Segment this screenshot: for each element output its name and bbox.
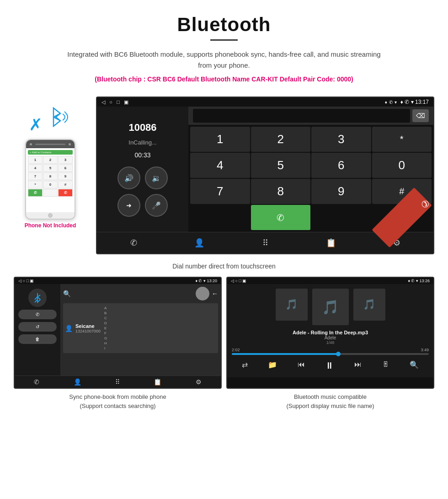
car-screen-main: ◁ ○ □ ▣ ♦ ✆ ▾ ♦ ✆ ▾ 13:17 10086 InCallin… bbox=[96, 97, 434, 254]
phone-top-bar bbox=[26, 140, 75, 148]
phonebook-bottom-nav: ✆ 👤 ⠿ 📋 ⚙ bbox=[15, 376, 221, 388]
eq-icon[interactable]: 🎚 bbox=[382, 360, 389, 371]
pb-search-row: 🔍 ← bbox=[63, 287, 218, 300]
mini-nav-messages[interactable]: 📋 bbox=[154, 378, 161, 386]
music-note-right-icon: 🎵 bbox=[363, 299, 375, 311]
alpha-index: A B C D E F G H I bbox=[103, 305, 108, 351]
mini-nav-phone[interactable]: ✆ bbox=[34, 378, 39, 386]
prev-btn[interactable]: ⏮ bbox=[298, 360, 305, 371]
mini-nav-settings[interactable]: ⚙ bbox=[196, 378, 202, 386]
contact-item[interactable]: 👤 Seicane 13241007000 A B C D E F bbox=[63, 303, 218, 353]
album-art-left: 🎵 bbox=[276, 289, 308, 321]
phone-key-6: 6 bbox=[58, 164, 73, 172]
phone-signal-icon: ✆ bbox=[389, 100, 393, 105]
transfer-btn[interactable]: ➜ bbox=[117, 194, 140, 217]
refresh-btn[interactable]: ↺ bbox=[18, 322, 57, 332]
nav-messages-icon[interactable]: 📋 bbox=[322, 236, 340, 250]
phone-not-included-label: Phone Not Included bbox=[25, 222, 76, 229]
track-info: Adele - Rolling In the Deep.mp3 Adele 1/… bbox=[293, 330, 368, 345]
search-icon: 🔍 bbox=[63, 290, 71, 297]
mute-btn[interactable]: 🎤 bbox=[145, 194, 168, 217]
music-controls: ⇄ 📁 ⏮ ⏸ ⏭ 🎚 🔍 bbox=[232, 359, 429, 373]
scroll-indicator[interactable] bbox=[196, 287, 209, 300]
delete-btn[interactable]: 🗑 bbox=[18, 334, 57, 344]
phone-call-btn: ✆ bbox=[28, 189, 43, 197]
phone-icon: ✆ bbox=[36, 312, 39, 317]
mini-nav-keypad[interactable]: ⠿ bbox=[115, 378, 120, 386]
volume-up-btn[interactable]: 🔊 bbox=[117, 166, 140, 189]
music-screen-body: 🎵 🎵 🎵 Adele - Rolling In the Deep.mp3 Ad… bbox=[227, 284, 433, 377]
search-music-icon[interactable]: 🔍 bbox=[410, 360, 419, 371]
mini-nav-contacts[interactable]: 👤 bbox=[74, 378, 81, 386]
phone-key-3: 3 bbox=[58, 156, 73, 164]
home-button bbox=[48, 213, 53, 218]
call-number: 10086 bbox=[128, 122, 156, 134]
phone-screen: + Add to Contacts 1 2 3 4 5 6 7 8 9 * 0 … bbox=[26, 148, 75, 212]
bluetooth-icon: ✗ bbox=[29, 115, 43, 134]
music-status-bar: ◁ ○ □ ▣ ♦ ✆ ▾ 13:26 bbox=[227, 278, 433, 284]
music-note-left-icon: 🎵 bbox=[285, 299, 298, 311]
car-main-content: 10086 InCalling... 00:33 🔊 🔉 ➜ 🎤 bbox=[97, 107, 433, 232]
trash-icon: 🗑 bbox=[35, 337, 40, 342]
dial-key-0[interactable]: 0 bbox=[372, 153, 432, 178]
phone-key-7: 7 bbox=[28, 172, 43, 180]
nav-phone-icon[interactable]: ✆ bbox=[124, 236, 143, 250]
phonebook-body: ✆ ↺ 🗑 🔍 ← bbox=[15, 284, 221, 376]
call-timer: 00:33 bbox=[134, 151, 150, 159]
music-status-left: ◁ ○ □ ▣ bbox=[231, 279, 246, 283]
phone-key-8: 8 bbox=[43, 172, 58, 180]
dial-key-1[interactable]: 1 bbox=[190, 127, 250, 152]
nav-contacts-icon[interactable]: 👤 bbox=[190, 236, 208, 250]
phonebook-main: 🔍 ← 👤 Seicane 13241007000 A B bbox=[60, 284, 221, 376]
progress-bar-bg[interactable] bbox=[232, 353, 429, 355]
phone-key-4: 4 bbox=[28, 164, 43, 172]
bluetooth-sidebar-icon bbox=[28, 289, 47, 307]
phone-camera-dot bbox=[30, 143, 32, 145]
music-caption-line2: (Support display music file name) bbox=[286, 402, 374, 409]
phone-call-sidebar-btn[interactable]: ✆ bbox=[18, 310, 57, 319]
album-arts: 🎵 🎵 🎵 bbox=[276, 289, 385, 325]
phone-speaker-dot bbox=[69, 143, 71, 145]
music-caption-line1: Bluetooth music compatible bbox=[294, 393, 367, 400]
dial-key-9[interactable]: 9 bbox=[311, 179, 371, 204]
dial-key-2[interactable]: 2 bbox=[251, 127, 311, 152]
progress-bar-fill bbox=[232, 353, 338, 355]
back-arrow-icon[interactable]: ← bbox=[212, 290, 218, 297]
nav-keypad-icon[interactable]: ⠿ bbox=[256, 236, 274, 250]
music-screen-wrapper: ◁ ○ □ ▣ ♦ ✆ ▾ 13:26 🎵 🎵 🎵 bbox=[226, 277, 434, 412]
bluetooth-icon-wrapper: ✗ bbox=[29, 106, 72, 134]
folder-icon[interactable]: 📁 bbox=[268, 360, 277, 371]
title-underline bbox=[210, 39, 238, 41]
shuffle-icon[interactable]: ⇄ bbox=[242, 360, 248, 371]
keypad-input-row: ⌫ bbox=[188, 107, 433, 125]
call-accept-btn[interactable]: ✆ bbox=[251, 205, 311, 230]
contact-number: 13241007000 bbox=[75, 329, 101, 333]
contact-avatar-icon: 👤 bbox=[65, 325, 73, 332]
phone-end-btn: ✆ bbox=[58, 189, 73, 197]
dial-key-7[interactable]: 7 bbox=[190, 179, 250, 204]
dial-key-star[interactable]: * bbox=[372, 127, 432, 152]
progress-thumb bbox=[336, 352, 341, 356]
refresh-icon: ↺ bbox=[36, 324, 39, 329]
phone-keypad: 1 2 3 4 5 6 7 8 9 * 0 # ✆ ✆ bbox=[28, 156, 73, 197]
status-left-icons: ◁ ○ □ ▣ bbox=[101, 99, 128, 105]
keypad-grid: 1 2 3 * 4 5 6 0 7 8 9 # ✆ ✆ bbox=[188, 125, 433, 232]
phonebook-screen-wrapper: ◁ ○ □ ▣ ♦ ✆ ▾ 13:20 ✆ bbox=[14, 277, 222, 412]
backspace-btn[interactable]: ⌫ bbox=[412, 109, 429, 122]
dial-key-4[interactable]: 4 bbox=[190, 153, 250, 178]
next-btn[interactable]: ⏭ bbox=[354, 360, 362, 371]
phone-illustration: ✗ + Add to Contacts 1 bbox=[14, 97, 87, 229]
dial-key-8[interactable]: 8 bbox=[251, 179, 311, 204]
phone-mockup: + Add to Contacts 1 2 3 4 5 6 7 8 9 * 0 … bbox=[25, 139, 75, 220]
dial-key-6[interactable]: 6 bbox=[311, 153, 371, 178]
phone-bottom bbox=[26, 212, 75, 219]
phone-key-2: 2 bbox=[43, 156, 58, 164]
play-pause-btn[interactable]: ⏸ bbox=[325, 360, 334, 371]
volume-down-btn[interactable]: 🔉 bbox=[145, 166, 168, 189]
phonebook-screen: ◁ ○ □ ▣ ♦ ✆ ▾ 13:20 ✆ bbox=[14, 277, 222, 389]
call-btn-row-1: 🔊 🔉 bbox=[117, 166, 168, 189]
main-section: ✗ + Add to Contacts 1 bbox=[0, 97, 448, 254]
dial-key-3[interactable]: 3 bbox=[311, 127, 371, 152]
dial-key-5[interactable]: 5 bbox=[251, 153, 311, 178]
contact-name: Seicane bbox=[75, 323, 101, 329]
